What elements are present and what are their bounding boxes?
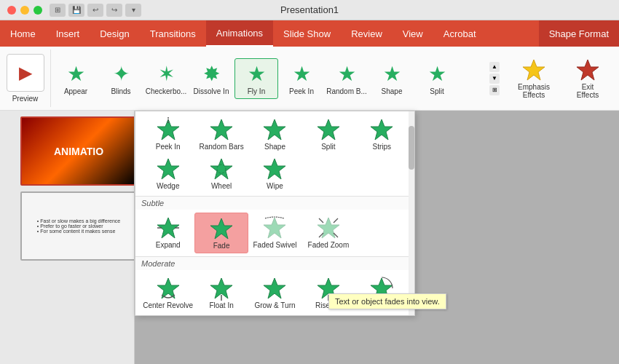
anim-split[interactable]: ★ Split [415, 59, 459, 98]
anim-dissolve[interactable]: ✸ Dissolve In [189, 59, 233, 98]
save-icon[interactable]: 💾 [68, 4, 84, 17]
menu-transitions[interactable]: Transitions [140, 20, 206, 47]
dd-wipe[interactable]: Wipe [248, 154, 301, 193]
svg-marker-9 [210, 159, 232, 179]
dd-wheel[interactable]: Wheel [194, 154, 248, 193]
dd-center-revolve[interactable]: Center Revolve [141, 273, 194, 312]
maximize-button[interactable] [33, 6, 42, 15]
dd-fadedswivel-icon [262, 215, 287, 240]
dd-fade-label: Fade [213, 242, 230, 250]
slide-1-container: 1 ANIMATIO [0, 111, 134, 189]
dd-randombars[interactable]: Random Bars [194, 114, 248, 154]
checker-star-icon: ✶ [158, 62, 175, 86]
slide-2-thumbnail[interactable]: • Fast or slow makes a big difference • … [20, 191, 135, 261]
ribbon: ▶ Preview ★ Appear ✦ Blinds ✶ Checkerbo.… [0, 47, 619, 111]
dd-expand-icon [156, 215, 181, 240]
anim-checkerboard[interactable]: ✶ Checkerbo... [144, 59, 188, 98]
dd-faded-swivel[interactable]: Faded Swivel [248, 213, 301, 253]
menu-bar: Home Insert Design Transitions Animation… [0, 20, 619, 47]
dd-centerrevolve-label: Center Revolve [143, 301, 193, 309]
menu-view[interactable]: View [393, 20, 433, 47]
flyin-label: Fly In [248, 87, 265, 95]
dd-split-icon [316, 117, 341, 142]
slide-2-container: 2 ★ • Fast or slow makes a big differenc… [0, 189, 134, 264]
dd-wedge[interactable]: Wedge [141, 154, 194, 193]
dropdown-scrollbar[interactable] [409, 111, 414, 315]
svg-marker-8 [157, 159, 179, 179]
menu-slideshow[interactable]: Slide Show [273, 20, 341, 47]
dd-expand-label: Expand [156, 241, 181, 249]
menu-acrobat[interactable]: Acrobat [433, 20, 486, 47]
menu-design[interactable]: Design [90, 20, 139, 47]
dd-grow-turn[interactable]: Grow & Turn [248, 273, 301, 312]
slide-2-bullet-1: • Fast or slow makes a big difference [37, 218, 120, 223]
anim-peekin[interactable]: ★ Peek In [280, 59, 323, 98]
dd-peekin[interactable]: Peek In [141, 114, 194, 154]
dissolve-label: Dissolve In [194, 87, 229, 95]
subtle-section-label: Subtle [135, 196, 414, 210]
dd-wipe-icon [262, 157, 287, 181]
preview-section: ▶ Preview [0, 50, 51, 107]
svg-marker-0 [523, 60, 545, 80]
shape-star-icon: ★ [383, 62, 401, 86]
moderate-section-label: Moderate [135, 256, 414, 270]
anim-appear[interactable]: ★ Appear [54, 59, 98, 98]
grid-icon[interactable]: ⊞ [50, 4, 66, 17]
emphasis-star-icon [522, 58, 545, 82]
menu-animations[interactable]: Animations [206, 20, 273, 47]
menu-home[interactable]: Home [0, 20, 46, 47]
slide-1-thumbnail[interactable]: ANIMATIO [20, 116, 135, 186]
svg-marker-5 [264, 119, 285, 140]
slide-panel: 1 ANIMATIO 2 ★ • Fast or slow makes a bi… [0, 111, 135, 364]
svg-marker-25 [264, 278, 285, 298]
svg-marker-4 [210, 119, 232, 140]
dropdown-scroll-thumb[interactable] [409, 126, 414, 170]
anim-flyin[interactable]: ★ Fly In [234, 58, 278, 99]
dd-shape-icon [262, 117, 287, 142]
dd-float-in[interactable]: Float In [194, 273, 248, 312]
svg-marker-6 [318, 119, 339, 140]
anim-blinds[interactable]: ✦ Blinds [99, 59, 143, 98]
svg-line-19 [334, 218, 338, 223]
dd-floatin-icon [209, 276, 234, 301]
more-expand-button[interactable]: ⊞ [489, 85, 500, 95]
anim-shape[interactable]: ★ Shape [370, 59, 414, 98]
dd-faded-zoom[interactable]: Faded Zoom [301, 213, 355, 253]
random-star-icon: ★ [338, 62, 356, 86]
redo-icon[interactable]: ↪ [106, 4, 122, 17]
dd-shape-label: Shape [264, 143, 285, 151]
exit-star-icon [576, 58, 599, 82]
dd-fade[interactable]: Fade [194, 213, 248, 253]
more-icon[interactable]: ▾ [125, 4, 141, 17]
svg-marker-11 [264, 159, 285, 179]
dropdown-top-row2: Wedge Wheel Wipe [135, 154, 414, 196]
minimize-button[interactable] [20, 6, 29, 15]
blinds-star-icon: ✦ [113, 62, 130, 86]
window-title: Presentation1 [280, 4, 339, 15]
more-up-button[interactable]: ▲ [489, 62, 500, 72]
dd-strips-label: Strips [373, 143, 392, 151]
close-button[interactable] [7, 6, 16, 15]
more-down-button[interactable]: ▼ [489, 74, 500, 84]
menu-review[interactable]: Review [341, 20, 393, 47]
dd-randombars-icon [209, 117, 234, 142]
slide-1-text: ANIMATIO [54, 146, 103, 157]
dissolve-star-icon: ✸ [203, 62, 220, 86]
undo-icon[interactable]: ↩ [87, 4, 103, 17]
random-label: Random B... [326, 87, 367, 95]
dd-expand[interactable]: Expand [141, 213, 194, 253]
play-icon: ▶ [19, 63, 32, 83]
animations-strip: ★ Appear ✦ Blinds ✶ Checkerbo... ✸ Disso… [51, 50, 486, 107]
dd-wheel-label: Wheel [211, 182, 232, 190]
preview-button[interactable]: ▶ [7, 54, 44, 92]
menu-shape-format[interactable]: Shape Format [539, 20, 619, 47]
exit-effects-button[interactable]: ExitEffects [562, 54, 613, 103]
emphasis-label: EmphasisEffects [518, 83, 550, 99]
menu-insert[interactable]: Insert [46, 20, 90, 47]
dd-split[interactable]: Split [301, 114, 355, 154]
split-label: Split [430, 87, 443, 95]
dd-shape[interactable]: Shape [248, 114, 301, 154]
dd-strips[interactable]: Strips [355, 114, 409, 154]
emphasis-effects-button[interactable]: EmphasisEffects [508, 54, 559, 103]
anim-random[interactable]: ★ Random B... [325, 59, 368, 98]
